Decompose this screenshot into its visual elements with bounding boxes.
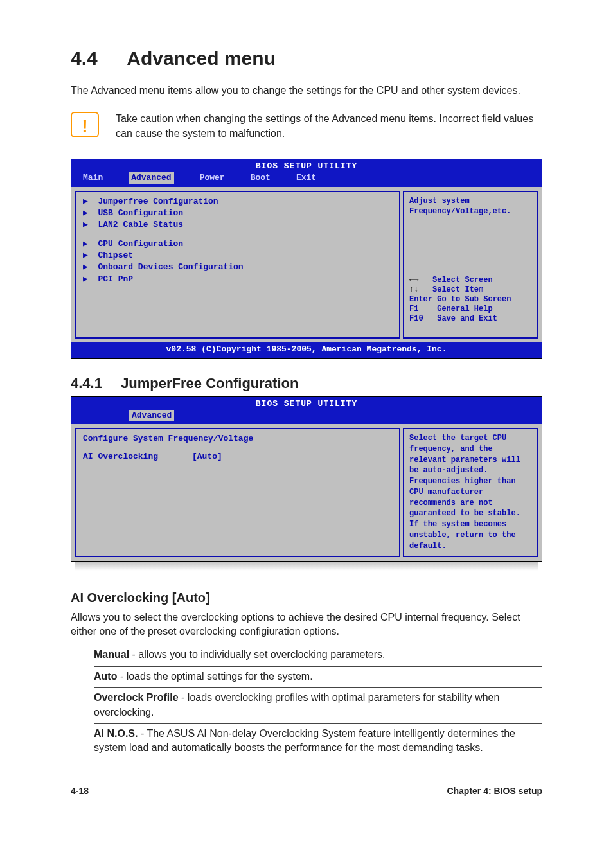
chapter-label: Chapter 4: BIOS setup <box>447 785 542 798</box>
menu-item[interactable]: ▶ CPU Configuration <box>83 238 393 250</box>
bios-panel-jumperfree: BIOS SETUP UTILITY Advanced Configure Sy… <box>71 396 542 562</box>
page-footer: 4-18 Chapter 4: BIOS setup <box>71 785 542 798</box>
bios-panel-advanced: BIOS SETUP UTILITY Main Advanced Power B… <box>71 159 542 359</box>
tab-exit[interactable]: Exit <box>296 172 316 184</box>
list-item: AI N.O.S. - The ASUS AI Non-delay Overcl… <box>94 724 542 759</box>
bios-left-pane: ▶ Jumperfree Configuration ▶ USB Configu… <box>75 191 400 339</box>
tab-power[interactable]: Power <box>200 172 225 184</box>
fade-decor <box>75 562 538 571</box>
bios-title: BIOS SETUP UTILITY <box>71 159 542 172</box>
bios-left-pane: Configure System Frequency/Voltage AI Ov… <box>75 428 400 557</box>
menu-item[interactable]: ▶ PCI PnP <box>83 274 393 285</box>
option-description: Allows you to select the overclocking op… <box>71 610 542 639</box>
menu-item[interactable]: ▶ LAN2 Cable Status <box>83 219 393 231</box>
help-text-top: Adjust system Frequency/Voltage,etc. <box>409 196 531 218</box>
bios-tabs: Advanced <box>71 410 542 424</box>
menu-item[interactable]: ▶ Onboard Devices Configuration <box>83 261 393 273</box>
tab-main[interactable]: Main <box>83 172 103 184</box>
section-title-text: Advanced menu <box>127 48 276 69</box>
section-heading: 4.4 Advanced menu <box>71 45 542 72</box>
tab-advanced[interactable]: Advanced <box>129 410 174 421</box>
tab-boot[interactable]: Boot <box>251 172 271 184</box>
menu-item[interactable]: ▶ USB Configuration <box>83 208 393 219</box>
warning-icon: ! <box>71 112 99 137</box>
setting-label: AI Overclocking <box>83 451 192 463</box>
list-item: Overclock Profile - loads overclocking p… <box>94 688 542 724</box>
option-title: AI Overclocking [Auto] <box>71 589 542 607</box>
page-number: 4-18 <box>71 785 89 798</box>
caution-callout: ! Take caution when changing the setting… <box>71 112 542 141</box>
menu-item[interactable]: ▶ Jumperfree Configuration <box>83 196 393 208</box>
menu-item[interactable]: ▶ Chipset <box>83 250 393 261</box>
bios-copyright: v02.58 (C)Copyright 1985-2005, American … <box>71 342 542 358</box>
subsection-heading: 4.4.1 JumperFree Configuration <box>71 374 542 394</box>
tab-advanced[interactable]: Advanced <box>129 172 173 184</box>
list-item: Manual - allows you to individually set … <box>94 645 542 666</box>
bios-tabs: Main Advanced Power Boot Exit <box>71 172 542 186</box>
list-item: Auto - loads the optimal settings for th… <box>94 667 542 688</box>
panel-heading: Configure System Frequency/Voltage <box>83 433 393 445</box>
setting-row[interactable]: AI Overclocking [Auto] <box>83 451 393 463</box>
bios-title: BIOS SETUP UTILITY <box>71 397 542 410</box>
bios-help-pane: Adjust system Frequency/Voltage,etc. ←→ … <box>403 191 538 339</box>
section-number: 4.4 <box>71 45 122 72</box>
bios-help-pane: Select the target CPU frequency, and the… <box>403 428 538 557</box>
setting-value: [Auto] <box>192 451 222 463</box>
intro-paragraph: The Advanced menu items allow you to cha… <box>71 84 542 98</box>
help-text: Select the target CPU frequency, and the… <box>409 433 531 552</box>
option-list: Manual - allows you to individually set … <box>94 645 542 759</box>
subsection-title-text: JumperFree Configuration <box>121 375 298 391</box>
help-keys: ←→ Select Screen ↑↓ Select Item Enter Go… <box>409 266 531 333</box>
subsection-number: 4.4.1 <box>71 374 117 394</box>
caution-text: Take caution when changing the settings … <box>116 112 542 141</box>
